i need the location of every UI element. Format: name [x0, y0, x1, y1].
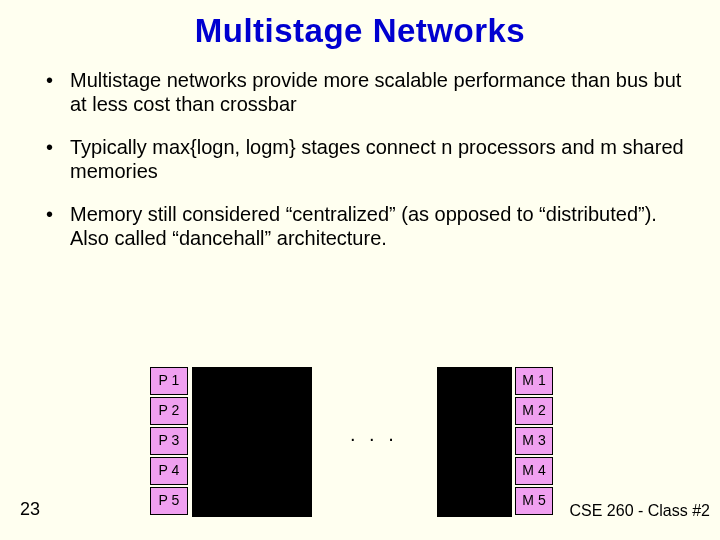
memory-box: M 2 [515, 397, 553, 425]
bullet-item: Multistage networks provide more scalabl… [40, 68, 692, 117]
memory-box: M 3 [515, 427, 553, 455]
processor-box: P 1 [150, 367, 188, 395]
network-stage-block [437, 367, 512, 517]
processor-box: P 5 [150, 487, 188, 515]
footer-text: CSE 260 - Class #2 [569, 502, 710, 520]
network-stage-block [192, 367, 312, 517]
memory-box: M 4 [515, 457, 553, 485]
memory-box: M 5 [515, 487, 553, 515]
slide: Multistage Networks Multistage networks … [0, 0, 720, 540]
diagram: P 1 P 2 P 3 P 4 P 5 . . . M 1 M 2 M 3 M … [0, 367, 720, 522]
bullet-list: Multistage networks provide more scalabl… [28, 68, 692, 250]
bullet-item: Memory still considered “centralized” (a… [40, 202, 692, 251]
slide-number: 23 [20, 499, 40, 520]
processor-box: P 4 [150, 457, 188, 485]
processor-box: P 2 [150, 397, 188, 425]
processor-column: P 1 P 2 P 3 P 4 P 5 [150, 367, 188, 517]
slide-title: Multistage Networks [28, 12, 692, 50]
bullet-item: Typically max{logn, logm} stages connect… [40, 135, 692, 184]
memory-box: M 1 [515, 367, 553, 395]
processor-box: P 3 [150, 427, 188, 455]
ellipsis: . . . [350, 423, 398, 446]
memory-column: M 1 M 2 M 3 M 4 M 5 [515, 367, 553, 517]
